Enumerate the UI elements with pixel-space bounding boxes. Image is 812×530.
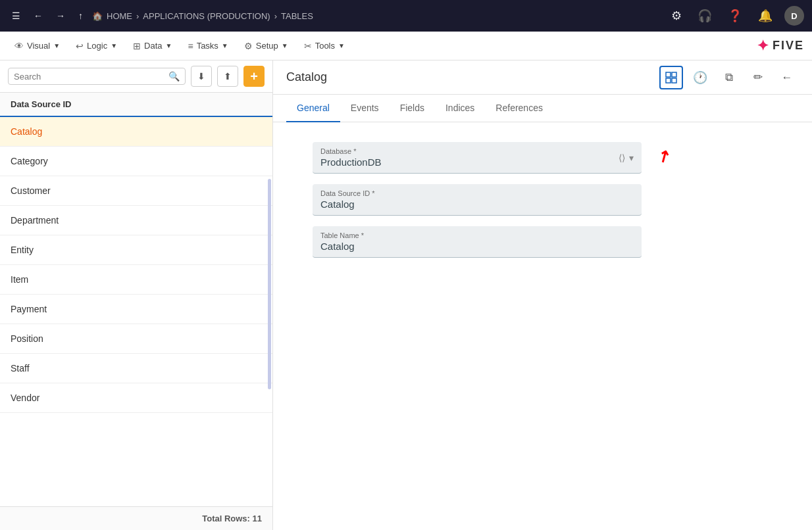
dropdown-chevron-icon[interactable]: ▾ [629,153,634,163]
grid-view-button[interactable] [659,66,683,89]
breadcrumb-sep1: › [136,11,139,21]
breadcrumb-applications[interactable]: APPLICATIONS (PRODUCTION) [143,11,270,21]
tab-indices-label: Indices [445,103,474,113]
back-button[interactable]: ← [775,66,799,89]
form-area: Database * ProductionDB ⟨⟩ ▾ Data Source… [273,122,812,277]
sidebar-item-department[interactable]: Department [0,206,272,235]
sidebar-item-vendor[interactable]: Vendor [0,383,272,413]
tools-icon: ✂ [304,41,312,51]
menu-label-visual: Visual [27,41,50,51]
sidebar-item-label-customer: Customer [11,185,51,196]
search-input[interactable] [14,72,165,82]
menu-item-logic[interactable]: ↩ Logic ▼ [69,37,124,55]
database-field-container: Database * ProductionDB ⟨⟩ ▾ [313,142,642,174]
sidebar-item-customer[interactable]: Customer [0,176,272,206]
sidebar-scrollbar[interactable] [268,179,271,389]
data-icon: ⊞ [133,41,141,51]
add-button[interactable]: + [243,66,265,87]
sidebar-item-catalog[interactable]: Catalog [0,117,272,147]
code-icon[interactable]: ⟨⟩ [619,153,625,163]
data-chevron: ▼ [166,42,172,49]
menu-item-tasks[interactable]: ≡ Tasks ▼ [181,37,234,55]
edit-button[interactable]: ✏ [746,66,770,89]
up-nav-button[interactable]: ↑ [74,8,87,24]
home-icon: 🏠 [92,11,103,21]
setup-chevron: ▼ [282,42,288,49]
tabs: General Events Fields Indices References [273,95,812,122]
five-logo-icon: ✦ [757,37,769,55]
tab-references[interactable]: References [485,95,553,122]
visual-icon: 👁 [14,41,24,51]
database-field-row: Database * ProductionDB ⟨⟩ ▾ [320,147,634,168]
setup-icon: ⚙ [244,41,253,51]
menu-label-setup: Setup [256,41,278,51]
content-area: Catalog 🕐 ⧉ ✏ ← ↗ Ge [273,60,812,530]
top-bar: ☰ ← → ↑ 🏠 HOME › APPLICATIONS (PRODUCTIO… [0,0,812,32]
sidebar-list: Catalog Category Customer Department Ent… [0,117,272,506]
sidebar-item-label-position: Position [11,333,43,344]
tab-indices[interactable]: Indices [435,95,485,122]
search-box[interactable]: 🔍 [8,68,186,85]
tab-events[interactable]: Events [340,95,390,122]
visual-chevron: ▼ [53,42,60,49]
sidebar-item-label-department: Department [11,215,59,226]
tab-general[interactable]: General [286,95,340,122]
search-icon: 🔍 [168,71,180,82]
sidebar-item-entity[interactable]: Entity [0,235,272,265]
menu-item-setup[interactable]: ⚙ Setup ▼ [238,37,295,55]
back-nav-button[interactable]: ← [30,8,47,24]
datasource-id-label: Data Source ID * [320,189,634,197]
sidebar-item-label-vendor: Vendor [11,393,39,403]
content-actions: 🕐 ⧉ ✏ ← [659,66,799,89]
forward-nav-button[interactable]: → [52,8,69,24]
sidebar-item-payment[interactable]: Payment [0,295,272,324]
sidebar-item-label-payment: Payment [11,304,47,314]
database-field-icons: ⟨⟩ ▾ [619,153,634,163]
sidebar-header-label: Data Source ID [11,99,71,109]
total-rows-label: Total Rows: 11 [202,514,262,523]
menu-item-data[interactable]: ⊞ Data ▼ [126,37,178,55]
download-button[interactable]: ⬇ [191,66,212,87]
support-icon[interactable]: 🎧 [694,6,716,26]
table-name-label: Table Name * [320,231,634,239]
hamburger-menu-button[interactable]: ☰ [8,8,24,24]
sidebar-item-position[interactable]: Position [0,324,272,354]
table-name-field-container: Table Name * Catalog [313,226,642,258]
five-logo: ✦ FIVE [757,37,804,55]
sidebar-item-staff[interactable]: Staff [0,354,272,383]
history-button[interactable]: 🕐 [688,66,712,89]
avatar[interactable]: D [784,6,804,26]
menu-item-visual[interactable]: 👁 Visual ▼ [8,37,66,55]
menu-item-tools[interactable]: ✂ Tools ▼ [297,37,351,55]
sidebar-item-label-staff: Staff [11,363,30,373]
sidebar-item-label-catalog: Catalog [11,126,42,137]
logic-chevron: ▼ [111,42,117,49]
help-icon[interactable]: ❓ [724,6,746,26]
five-logo-text: FIVE [773,39,804,53]
copy-button[interactable]: ⧉ [717,66,741,89]
menu-label-tools: Tools [315,41,335,51]
menu-label-tasks: Tasks [197,41,218,51]
menu-label-data: Data [144,41,162,51]
sidebar-item-category[interactable]: Category [0,147,272,176]
page-title: Catalog [286,70,659,84]
tab-references-label: References [495,103,543,113]
datasource-id-value: Catalog [320,199,634,210]
tab-fields[interactable]: Fields [390,95,435,122]
svg-rect-3 [672,78,676,83]
sidebar-footer: Total Rows: 11 [0,506,272,530]
settings-icon[interactable]: ⚙ [667,6,686,26]
content-header: Catalog 🕐 ⧉ ✏ ← [273,60,812,95]
breadcrumb-home[interactable]: HOME [107,11,132,21]
main-layout: 🔍 ⬇ ⬆ + Data Source ID Catalog Category … [0,60,812,530]
notifications-icon[interactable]: 🔔 [754,6,776,26]
breadcrumb-tables[interactable]: TABLES [281,11,313,21]
tasks-chevron: ▼ [222,42,228,49]
sidebar-item-item[interactable]: Item [0,265,272,295]
tab-fields-label: Fields [400,103,424,113]
tab-events-label: Events [351,103,379,113]
table-name-value: Catalog [320,241,634,252]
database-field: Database * ProductionDB [320,147,382,168]
upload-button[interactable]: ⬆ [217,66,238,87]
database-value: ProductionDB [320,157,382,168]
